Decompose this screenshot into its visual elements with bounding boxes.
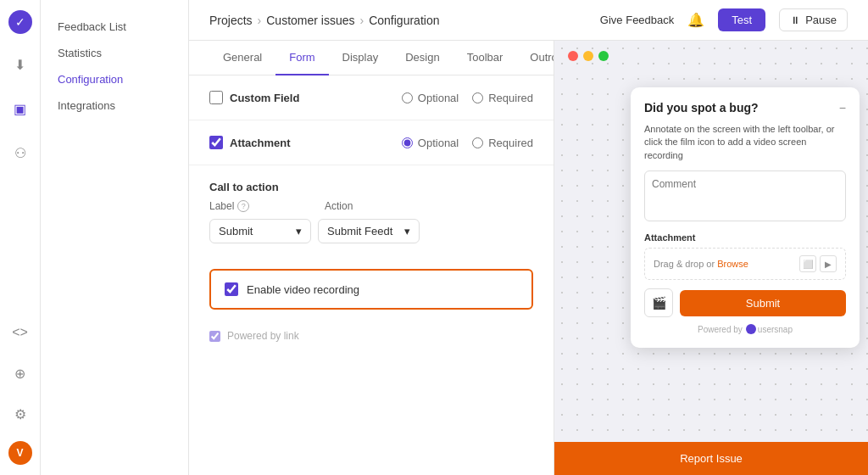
icon-bar: ✓ ⬇ ▣ ⚇ <> ⊕ ⚙ V <box>0 0 41 475</box>
cta-column-labels: Label ? Action <box>209 200 533 212</box>
attachment-type-icons: ⬜ ▶ <box>799 255 837 272</box>
globe-icon[interactable]: ⊕ <box>7 360 34 387</box>
tab-display[interactable]: Display <box>329 41 392 75</box>
chevron-down-icon: ▾ <box>296 225 302 238</box>
custom-field-optional-label[interactable]: Optional <box>402 92 459 104</box>
window-minimize-dot[interactable] <box>583 51 593 61</box>
settings-icon[interactable]: ⚙ <box>7 400 34 428</box>
inbox-icon[interactable]: ▣ <box>7 95 34 122</box>
avatar[interactable]: V <box>8 441 32 465</box>
breadcrumb-configuration: Configuration <box>369 14 439 27</box>
sidebar-item-statistics[interactable]: Statistics <box>41 40 188 66</box>
video-recording-label: Enable video recording <box>247 283 359 296</box>
bug-modal-title: Did you spot a bug? <box>644 101 759 115</box>
sidebar-item-feedback-list[interactable]: Feedback List <box>41 14 188 40</box>
video-icon: ▶ <box>820 255 837 272</box>
tab-toolbar[interactable]: Toolbar <box>453 41 517 75</box>
test-button[interactable]: Test <box>718 8 765 31</box>
breadcrumb-sep-1: › <box>258 14 262 27</box>
custom-field-row: Custom Field Optional Required <box>189 75 554 120</box>
powered-by-row: Powered by link <box>189 320 554 352</box>
preview-panel: Did you spot a bug? − Annotate on the sc… <box>554 41 868 475</box>
attachment-checkbox[interactable] <box>209 136 223 149</box>
users-icon[interactable]: ⚇ <box>7 139 34 166</box>
app-logo[interactable]: ✓ <box>8 10 32 34</box>
cta-section-header: Call to action <box>189 165 554 200</box>
sidebar: Feedback List Statistics Configuration I… <box>41 0 189 475</box>
bug-modal-header: Did you spot a bug? − <box>644 101 846 115</box>
custom-field-required-label[interactable]: Required <box>472 92 533 104</box>
powered-by-modal: Powered by usersnap <box>644 324 846 334</box>
download-icon[interactable]: ⬇ <box>7 51 34 78</box>
breadcrumb-sep-2: › <box>360 14 364 27</box>
attachment-required-label[interactable]: Required <box>472 137 533 149</box>
chevron-down-icon-2: ▾ <box>404 225 410 238</box>
image-icon: ⬜ <box>799 255 816 272</box>
tabs: General Form Display Design Toolbar Outr… <box>189 41 554 75</box>
tab-design[interactable]: Design <box>392 41 453 75</box>
powered-by-checkbox[interactable] <box>209 331 220 342</box>
give-feedback-link[interactable]: Give Feedback <box>600 14 674 26</box>
submit-button[interactable]: Submit <box>680 290 846 316</box>
custom-field-checkbox[interactable] <box>209 91 223 104</box>
bug-report-modal: Did you spot a bug? − Annotate on the sc… <box>631 87 860 348</box>
custom-field-required-radio[interactable] <box>472 92 483 103</box>
sidebar-item-configuration[interactable]: Configuration <box>41 66 188 92</box>
form-panel: General Form Display Design Toolbar Outr… <box>189 41 554 475</box>
cta-label-col: Label ? <box>209 200 311 212</box>
sidebar-item-integrations[interactable]: Integrations <box>41 92 188 119</box>
browse-link[interactable]: Browse <box>717 259 748 269</box>
report-issue-button[interactable]: Report Issue <box>554 442 868 475</box>
attachment-required-radio[interactable] <box>472 137 483 148</box>
custom-field-radio-group: Optional Required <box>402 92 533 104</box>
custom-field-optional-radio[interactable] <box>402 92 413 103</box>
custom-field-label: Custom Field <box>230 92 299 104</box>
video-recording-box: Enable video recording <box>209 269 533 310</box>
attachment-section-label: Attachment <box>644 232 846 243</box>
cta-action-dropdown[interactable]: Submit Feedt ▾ <box>318 219 420 243</box>
cta-action-col: Action <box>325 200 426 212</box>
form-content: Custom Field Optional Required <box>189 75 554 352</box>
attachment-section: Attachment Drag & drop or Browse ⬜ ▶ <box>644 232 846 280</box>
pause-icon: ⏸ <box>790 14 800 26</box>
attachment-radio-group: Optional Required <box>402 137 533 149</box>
comment-input[interactable] <box>644 170 846 221</box>
modal-actions: 🎬 Submit <box>644 288 846 317</box>
content-area: General Form Display Design Toolbar Outr… <box>189 41 868 475</box>
close-icon[interactable]: − <box>839 101 846 115</box>
breadcrumb: Projects › Customer issues › Configurati… <box>209 14 439 27</box>
code-icon[interactable]: <> <box>7 319 34 346</box>
custom-field-label-group: Custom Field <box>209 91 311 104</box>
video-recording-checkbox[interactable] <box>225 282 238 296</box>
attachment-optional-label[interactable]: Optional <box>402 137 459 149</box>
attachment-label: Attachment <box>230 137 291 149</box>
pause-button[interactable]: ⏸ Pause <box>779 8 848 31</box>
header-right: Give Feedback 🔔 Test ⏸ Pause <box>600 8 848 31</box>
usersnap-brand: usersnap <box>758 325 793 334</box>
cta-label-dropdown[interactable]: Submit ▾ <box>209 219 311 243</box>
window-close-dot[interactable] <box>568 51 578 61</box>
main: Projects › Customer issues › Configurati… <box>189 0 868 475</box>
tab-general[interactable]: General <box>209 41 275 75</box>
video-record-button[interactable]: 🎬 <box>644 288 673 317</box>
attachment-drop-zone[interactable]: Drag & drop or Browse ⬜ ▶ <box>644 248 846 280</box>
help-icon[interactable]: ? <box>237 200 249 212</box>
powered-by-label: Powered by link <box>227 330 299 342</box>
bell-icon[interactable]: 🔔 <box>687 12 704 28</box>
breadcrumb-customer-issues[interactable]: Customer issues <box>266 14 354 27</box>
header: Projects › Customer issues › Configurati… <box>189 0 868 41</box>
attachment-label-group: Attachment <box>209 136 311 149</box>
attachment-optional-radio[interactable] <box>402 137 413 148</box>
breadcrumb-projects[interactable]: Projects <box>209 14 253 27</box>
window-maximize-dot[interactable] <box>598 51 609 61</box>
usersnap-icon <box>746 324 756 334</box>
drag-drop-text: Drag & drop or Browse <box>654 259 748 269</box>
bug-modal-description: Annotate on the screen with the left too… <box>644 123 846 162</box>
window-traffic-lights <box>568 51 609 61</box>
cta-dropdowns: Submit ▾ Submit Feedt ▾ <box>209 219 533 243</box>
attachment-row: Attachment Optional Required <box>189 120 554 165</box>
tab-form[interactable]: Form <box>275 41 328 75</box>
tab-outro[interactable]: Outro <box>516 41 554 75</box>
cta-area: Label ? Action Submit ▾ Submit <box>189 200 554 259</box>
